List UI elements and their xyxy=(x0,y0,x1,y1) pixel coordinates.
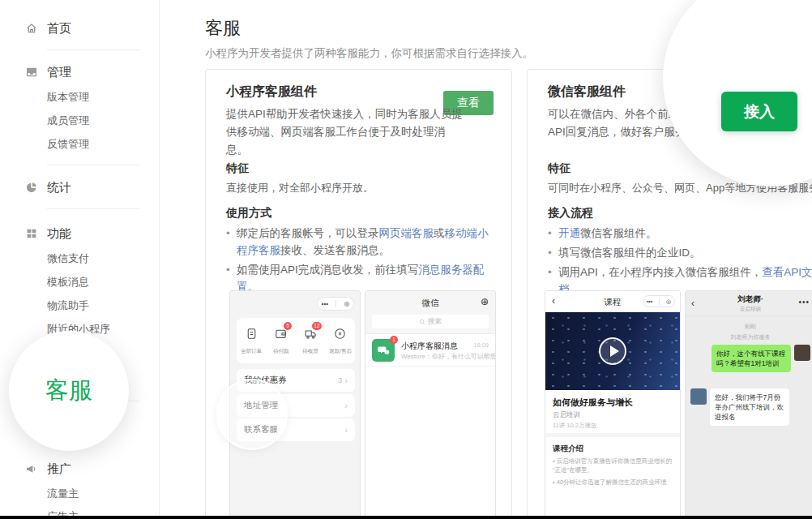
incoming-message: 您好，我们将于7月份举办广州线下培训，欢迎报名 xyxy=(690,388,789,426)
course-intro-list: • 云启培训官方直播告诉你微信里商业增长的“正道”在哪里。 • 40分钟让你迅速… xyxy=(553,457,674,490)
feature-text: 直接使用，对全部小程序开放。 xyxy=(226,181,374,195)
time-label: 刚刚 xyxy=(686,323,812,331)
bullet-text: 绑定后的客服帐号，可以登录 xyxy=(237,227,379,239)
video-meta: 11讲 10.2万播放 xyxy=(553,422,596,430)
grid-item-pending-delivery: 待收货 12 xyxy=(296,318,326,363)
spotlight-circle-contact-service xyxy=(216,379,288,450)
chat-header: ‹ 刘老师· 云启培训 ••• xyxy=(686,291,812,316)
chat-name: 小程序客服消息 xyxy=(401,341,458,352)
avatar xyxy=(794,345,810,361)
contact-name: 刘老师· xyxy=(686,294,812,305)
wechat-title: 微信 xyxy=(365,298,495,309)
message-bubble: 你好，这个有线下课程吗？希望有1对1培训 xyxy=(712,345,791,372)
onboarding-list: 开通微信客服组件。 填写微信客服组件的企业ID。 调用API，在小程序内接入微信… xyxy=(548,225,812,300)
sidebar-item-customer-service[interactable]: 客服 xyxy=(45,375,92,407)
more-dots-icon: ••• xyxy=(798,298,810,307)
bullet-text: 微信客服组件。 xyxy=(580,227,657,239)
search-bar: 搜索 xyxy=(372,315,489,328)
course-intro-heading: 课程介绍 xyxy=(553,444,583,454)
home-icon xyxy=(25,22,38,35)
grid-icon xyxy=(25,227,38,240)
bullet-text: 如需使用API完成消息收发，前往填写 xyxy=(237,264,418,276)
course-intro-item: • 40分钟让你迅速了解微信生态的商业环境 xyxy=(553,478,674,487)
bullet-text: 调用API，在小程序内接入微信客服组件， xyxy=(558,266,762,278)
bullet-text: 接收、发送客服消息。 xyxy=(280,244,390,256)
sidebar-item-template-message[interactable]: 模板消息 xyxy=(47,275,89,290)
miniprogram-capsule: ••• ◎ xyxy=(317,297,354,311)
wechat-header: 微信 ⊕ 搜索 xyxy=(365,291,495,334)
order-shortcut-grid: 全部订单 待付款 5 待收货 12 ¥ 退款/售后 xyxy=(237,318,355,363)
refund-icon: ¥ xyxy=(333,327,347,344)
inbox-icon xyxy=(25,66,38,79)
divider xyxy=(545,433,680,437)
activate-link[interactable]: 开通 xyxy=(558,227,580,239)
badge: 5 xyxy=(284,322,292,330)
chat-preview: Westore：你好，有什么可以帮您? xyxy=(401,352,496,361)
app-window: 首页 管理 版本管理 成员管理 反馈管理 统计 功能 微信支付 模板消息 物流助… xyxy=(0,0,812,519)
usage-list: 绑定后的客服帐号，可以登录网页端客服或移动端小程序客服接收、发送客服消息。 如需… xyxy=(226,225,498,298)
service-label: 刘老师为你服务 xyxy=(686,333,812,341)
chevron-right-icon: › xyxy=(344,425,348,435)
coupon-count: 3 xyxy=(338,376,342,384)
onboarding-item: 填写微信客服组件的企业ID。 xyxy=(548,244,812,261)
divider xyxy=(47,208,139,209)
course-intro-item: • 云启培训官方直播告诉你微信里商业增长的“正道”在哪里。 xyxy=(553,457,674,474)
sidebar-item-feedback-manage[interactable]: 反馈管理 xyxy=(47,137,89,152)
chevron-right-icon: › xyxy=(344,375,348,385)
course-header: ‹ 课程 ••• ◎ xyxy=(545,291,680,312)
sidebar-item-version-manage[interactable]: 版本管理 xyxy=(47,90,89,105)
plus-icon: ⊕ xyxy=(481,296,489,307)
spotlight-circle-sidebar: 客服 xyxy=(9,331,129,451)
grid-item-refund: ¥ 退款/售后 xyxy=(326,318,356,363)
chat-list-item: 1 小程序客服消息 Westore：你好，有什么可以帮您? 16:09 xyxy=(365,334,495,367)
screenshot-customer-chat: ‹ 刘老师· 云启培训 ••• 刚刚 刘老师为你服务 你好，这个有线下课程吗？希… xyxy=(685,290,812,519)
unread-badge: 1 xyxy=(390,336,398,344)
avatar xyxy=(690,388,707,405)
chat-contact: 刘老师· 云启培训 xyxy=(686,294,812,313)
video-thumbnail xyxy=(545,312,680,390)
chevron-right-icon: › xyxy=(344,401,348,410)
usage-heading: 使用方式 xyxy=(226,206,271,221)
sidebar-item-features[interactable]: 功能 xyxy=(47,226,71,242)
feature-heading: 特征 xyxy=(548,161,571,176)
search-placeholder: 搜索 xyxy=(428,317,442,327)
usage-item: 绑定后的客服帐号，可以登录网页端客服或移动端小程序客服接收、发送客服消息。 xyxy=(226,225,498,259)
sidebar-item-statistics[interactable]: 统计 xyxy=(47,180,71,195)
badge: 12 xyxy=(312,322,321,330)
sidebar-item-wechat-pay[interactable]: 微信支付 xyxy=(47,251,89,266)
megaphone-icon xyxy=(25,462,38,475)
sidebar-item-manage[interactable]: 管理 xyxy=(47,65,71,80)
grid-item-pending-payment: 待付款 5 xyxy=(267,318,297,363)
message-bubble: 您好，我们将于7月份举办广州线下培训，欢迎报名 xyxy=(710,388,789,426)
sidebar-item-home[interactable]: 首页 xyxy=(47,21,71,36)
bullet-text: 或 xyxy=(434,227,445,239)
divider xyxy=(47,49,139,50)
grid-item-all-orders: 全部订单 xyxy=(237,318,267,363)
more-dots-icon: ••• xyxy=(647,298,652,304)
video-title: 如何做好服务与增长 xyxy=(553,397,633,409)
web-service-link[interactable]: 网页端客服 xyxy=(379,227,434,239)
divider xyxy=(47,165,139,165)
divider xyxy=(659,298,660,305)
screenshot-course-page: ‹ 课程 ••• ◎ 如何做好服务与增长 云启培训 11讲 10.2万播放 课程… xyxy=(545,290,681,519)
outgoing-message: 你好，这个有线下课程吗？希望有1对1培训 xyxy=(712,345,810,372)
more-dots-icon: ••• xyxy=(322,300,328,307)
sidebar-item-promotion[interactable]: 推广 xyxy=(47,461,71,477)
svg-text:¥: ¥ xyxy=(339,330,342,336)
target-icon: ◎ xyxy=(344,300,349,307)
connect-button[interactable]: 接入 xyxy=(721,92,797,131)
video-provider: 云启培训 xyxy=(553,410,580,420)
sidebar-item-traffic-owner[interactable]: 流量主 xyxy=(47,487,79,501)
contact-subtitle: 云启培训 xyxy=(686,306,812,313)
target-icon: ◎ xyxy=(666,298,671,305)
sidebar-item-member-manage[interactable]: 成员管理 xyxy=(47,114,89,128)
card-title: 微信客服组件 xyxy=(548,84,626,101)
divider xyxy=(335,300,336,307)
play-icon xyxy=(599,337,626,365)
onboarding-item: 开通微信客服组件。 xyxy=(548,225,812,242)
pie-chart-icon xyxy=(25,181,38,194)
screenshot-wechat-chatlist: 微信 ⊕ 搜索 1 小程序客服消息 Westore：你好，有什么可以帮您? 16… xyxy=(365,290,496,519)
sidebar-item-logistics[interactable]: 物流助手 xyxy=(47,298,89,313)
bullet-text: 填写微信客服组件的企业ID。 xyxy=(558,247,701,259)
search-icon xyxy=(419,319,425,325)
